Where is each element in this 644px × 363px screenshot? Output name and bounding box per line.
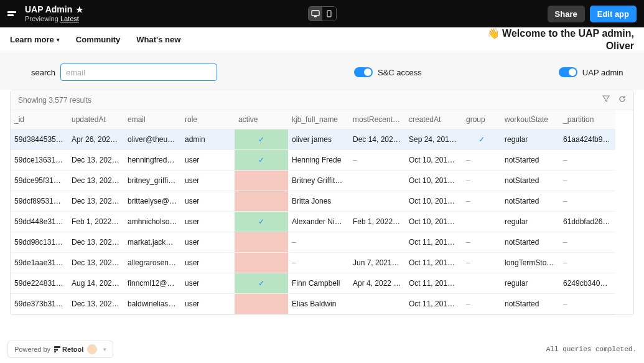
retool-logo: Retool: [54, 346, 83, 353]
table-cell: –: [349, 150, 405, 171]
table-cell: ✓: [235, 130, 288, 150]
svg-rect-0: [312, 11, 319, 16]
table-cell: ✓: [235, 212, 288, 232]
table-cell: finncml12@a…: [124, 273, 181, 294]
table-cell: Finn Campbell: [288, 273, 349, 294]
table-cell: –: [288, 232, 349, 253]
table-cell: [349, 294, 405, 314]
toggle-uap-admin-switch[interactable]: [559, 67, 577, 77]
table-cell: oliver@theua…: [124, 130, 181, 150]
column-header[interactable]: active: [235, 110, 288, 130]
table-cell: user: [181, 294, 235, 314]
table-cell: user: [181, 273, 235, 294]
table-cell: Oct 10, 2017…: [405, 150, 462, 171]
table-cell: 59d3844535…: [11, 130, 68, 150]
svg-rect-1: [314, 16, 317, 17]
table-cell: notStarted: [501, 232, 559, 253]
powered-by-badge[interactable]: Powered by Retool ▾: [7, 341, 113, 358]
search-input[interactable]: [60, 64, 217, 81]
column-header[interactable]: workoutState: [501, 110, 559, 130]
table-cell: 59dce13631…: [11, 150, 68, 171]
nav-whats-new[interactable]: What's new: [136, 35, 180, 44]
data-grid: _idupdatedAtemailroleactivekjb_full_name…: [11, 110, 633, 314]
app-icon: [7, 8, 19, 19]
table-cell: [349, 191, 405, 212]
table-cell: notStarted: [501, 171, 559, 191]
table-cell: Britta Jones: [288, 191, 349, 212]
column-header[interactable]: group: [462, 110, 501, 130]
table-cell: Oct 11, 2017…: [405, 294, 462, 314]
table-cell: Oct 11, 2017…: [405, 232, 462, 253]
powered-label: Powered by: [14, 346, 50, 353]
table-cell: [349, 232, 405, 253]
table-cell: oliver james: [288, 130, 349, 150]
table-cell: –: [462, 171, 501, 191]
column-header[interactable]: updatedAt: [68, 110, 124, 130]
desktop-icon[interactable]: [309, 7, 322, 21]
footer: Powered by Retool ▾ All queries complete…: [0, 336, 644, 363]
app-title: UAP Admin: [25, 4, 72, 15]
svg-rect-5: [54, 351, 56, 352]
table-cell: Dec 13, 202…: [68, 171, 124, 191]
table-cell: regular: [501, 130, 559, 150]
table-cell: notStarted: [501, 150, 559, 171]
table-cell: Apr 26, 2022…: [68, 130, 124, 150]
table-cell: Dec 14, 202…: [349, 130, 405, 150]
share-button[interactable]: Share: [548, 6, 585, 22]
table-cell: regular: [501, 212, 559, 232]
welcome-line1: 👋 Welcome to the UAP admin,: [487, 27, 634, 39]
toggle-sc-access: S&C access: [354, 67, 422, 77]
table-cell: Oct 10, 2017…: [405, 191, 462, 212]
star-icon[interactable]: ★: [76, 5, 83, 15]
table-cell: user: [181, 191, 235, 212]
toggle-uap-admin: UAP admin: [559, 67, 623, 77]
table-cell: baldwinelias7…: [124, 294, 181, 314]
column-header[interactable]: _id: [11, 110, 68, 130]
refresh-icon[interactable]: [618, 95, 626, 105]
table-cell: –: [559, 232, 615, 253]
table-cell: allegrarosenb…: [124, 253, 181, 273]
toggle-uap-admin-label: UAP admin: [582, 68, 623, 77]
table-cell: Apr 4, 2022 …: [349, 273, 405, 294]
column-header[interactable]: kjb_full_name: [288, 110, 349, 130]
svg-rect-2: [327, 11, 331, 17]
topbar: UAP Admin ★ Previewing Latest Share Edit…: [0, 0, 644, 27]
column-header[interactable]: email: [124, 110, 181, 130]
toggle-sc-access-switch[interactable]: [354, 67, 373, 77]
table-cell: admin: [181, 130, 235, 150]
table-cell: Alexander Ni…: [288, 212, 349, 232]
table-cell: Sep 24, 2017…: [405, 130, 462, 150]
table-cell: –: [462, 191, 501, 212]
mobile-icon[interactable]: [322, 7, 336, 21]
column-header[interactable]: _partition: [559, 110, 615, 130]
svg-rect-4: [54, 349, 58, 351]
table-cell: user: [181, 212, 235, 232]
table-cell: –: [462, 253, 501, 273]
table-cell: Henning Frede: [288, 150, 349, 171]
nav-learn-more[interactable]: Learn more ▾: [10, 35, 60, 44]
table-cell: [235, 294, 288, 314]
table-cell: user: [181, 253, 235, 273]
previewing-version-link[interactable]: Latest: [60, 15, 79, 22]
column-header[interactable]: mostRecentW…: [349, 110, 405, 130]
table-cell: Dec 13, 202…: [68, 150, 124, 171]
column-header[interactable]: role: [181, 110, 235, 130]
filter-icon[interactable]: [602, 95, 610, 105]
table-cell: Oct 11, 2017…: [405, 273, 462, 294]
table-cell: Dec 13, 202…: [68, 191, 124, 212]
table-cell: –: [462, 150, 501, 171]
search-group: search: [31, 64, 217, 81]
table-cell: [462, 273, 501, 294]
search-label: search: [31, 68, 55, 77]
table-cell: Aug 14, 202…: [68, 273, 124, 294]
table-cell: [235, 191, 288, 212]
nav-learn-more-label: Learn more: [10, 35, 54, 44]
chevron-down-icon: ▾: [103, 346, 106, 352]
table-cell: [349, 171, 405, 191]
nav-community[interactable]: Community: [76, 35, 121, 44]
table-cell: notStarted: [501, 294, 559, 314]
welcome-message: 👋 Welcome to the UAP admin, Oliver: [487, 27, 634, 51]
edit-app-button[interactable]: Edit app: [590, 6, 637, 22]
table-cell: user: [181, 232, 235, 253]
column-header[interactable]: createdAt: [405, 110, 462, 130]
